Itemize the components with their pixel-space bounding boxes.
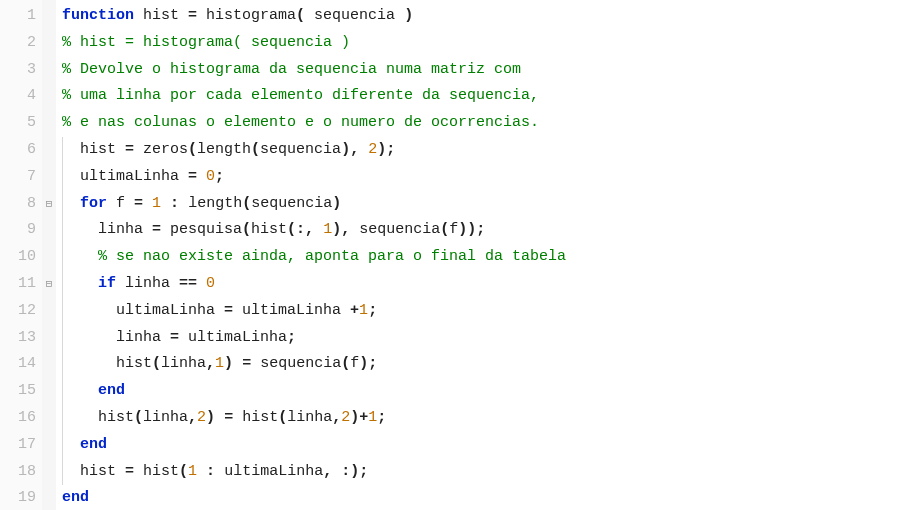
token: ( xyxy=(341,355,350,372)
token: ultimaLinha xyxy=(215,463,323,480)
token: : xyxy=(170,195,179,212)
indent xyxy=(62,409,98,426)
token: = xyxy=(188,168,197,185)
token: ( xyxy=(179,463,188,480)
token: sequencia xyxy=(305,7,404,24)
line-number: 17 xyxy=(10,432,36,459)
token: 2 xyxy=(368,141,377,158)
token: )); xyxy=(458,221,485,238)
line-number: 6 xyxy=(10,137,36,164)
code-line: % se nao existe ainda, aponta para o fin… xyxy=(62,244,900,271)
code-line: for f = 1 : length(sequencia) xyxy=(62,191,900,218)
token: ; xyxy=(215,168,224,185)
token: ( xyxy=(134,409,143,426)
token: :); xyxy=(341,463,368,480)
indent-guide xyxy=(62,405,63,432)
fold-spacer xyxy=(42,459,56,486)
token: = xyxy=(188,7,197,24)
token: : xyxy=(206,463,215,480)
token: = xyxy=(224,302,233,319)
token: hist xyxy=(98,409,134,426)
indent-guide xyxy=(62,137,63,164)
fold-spacer xyxy=(42,137,56,164)
indent-guide xyxy=(62,244,63,271)
token: f xyxy=(107,195,134,212)
fold-spacer xyxy=(42,83,56,110)
line-number: 15 xyxy=(10,378,36,405)
token: hist xyxy=(80,141,125,158)
indent xyxy=(62,248,98,265)
token: 1 xyxy=(323,221,332,238)
token: linha xyxy=(98,221,152,238)
token: hist xyxy=(251,221,287,238)
fold-spacer xyxy=(42,325,56,352)
token: histograma xyxy=(197,7,296,24)
code-line: function hist = histograma( sequencia ) xyxy=(62,3,900,30)
token xyxy=(197,275,206,292)
token: pesquisa xyxy=(161,221,242,238)
indent-guide xyxy=(62,432,63,459)
token: ( xyxy=(278,409,287,426)
line-number: 1 xyxy=(10,3,36,30)
code-line: % uma linha por cada elemento diferente … xyxy=(62,83,900,110)
token: length xyxy=(197,141,251,158)
token: 1 xyxy=(368,409,377,426)
line-number-gutter: 12345678910111213141516171819 xyxy=(0,0,42,510)
token: % Devolve o histograma da sequencia numa… xyxy=(62,61,521,78)
token: % uma linha por cada elemento diferente … xyxy=(62,87,539,104)
token: linha xyxy=(161,355,206,372)
indent-guide xyxy=(62,459,63,486)
indent xyxy=(62,275,98,292)
code-line: end xyxy=(62,432,900,459)
token: = xyxy=(170,329,179,346)
token: ; xyxy=(368,302,377,319)
code-line: hist = zeros(length(sequencia), 2); xyxy=(62,137,900,164)
fold-toggle-icon[interactable]: ⊟ xyxy=(42,191,56,218)
token: 0 xyxy=(206,168,215,185)
fold-toggle-icon[interactable]: ⊟ xyxy=(42,271,56,298)
fold-spacer xyxy=(42,3,56,30)
line-number: 5 xyxy=(10,110,36,137)
indent-guide xyxy=(62,298,63,325)
token: = xyxy=(242,355,251,372)
fold-spacer xyxy=(42,405,56,432)
fold-spacer xyxy=(42,485,56,510)
fold-spacer xyxy=(42,30,56,57)
token xyxy=(359,141,368,158)
line-number: 8 xyxy=(10,191,36,218)
fold-spacer xyxy=(42,110,56,137)
code-line: % e nas colunas o elemento e o numero de… xyxy=(62,110,900,137)
indent-guide xyxy=(62,351,63,378)
token: ; xyxy=(377,409,386,426)
token: , xyxy=(323,463,332,480)
indent xyxy=(62,168,80,185)
token: function xyxy=(62,7,134,24)
indent-guide xyxy=(62,164,63,191)
token: ) xyxy=(404,7,413,24)
token: + xyxy=(350,302,359,319)
code-line: linha = pesquisa(hist(:, 1), sequencia(f… xyxy=(62,217,900,244)
indent xyxy=(62,302,116,319)
indent xyxy=(62,463,80,480)
fold-column: ⊟⊟ xyxy=(42,0,56,510)
line-number: 2 xyxy=(10,30,36,57)
token: = xyxy=(134,195,143,212)
fold-spacer xyxy=(42,351,56,378)
token: )+ xyxy=(350,409,368,426)
token: if xyxy=(98,275,116,292)
code-line: if linha == 0 xyxy=(62,271,900,298)
token: linha xyxy=(116,329,170,346)
indent-guide xyxy=(62,325,63,352)
indent xyxy=(62,221,98,238)
token: sequencia xyxy=(251,355,341,372)
token: % e nas colunas o elemento e o numero de… xyxy=(62,114,539,131)
token: length xyxy=(179,195,242,212)
token: hist xyxy=(233,409,278,426)
token xyxy=(215,409,224,426)
token: linha xyxy=(287,409,332,426)
line-number: 18 xyxy=(10,459,36,486)
token: , xyxy=(188,409,197,426)
token: ( xyxy=(188,141,197,158)
line-number: 4 xyxy=(10,83,36,110)
token: hist xyxy=(116,355,152,372)
